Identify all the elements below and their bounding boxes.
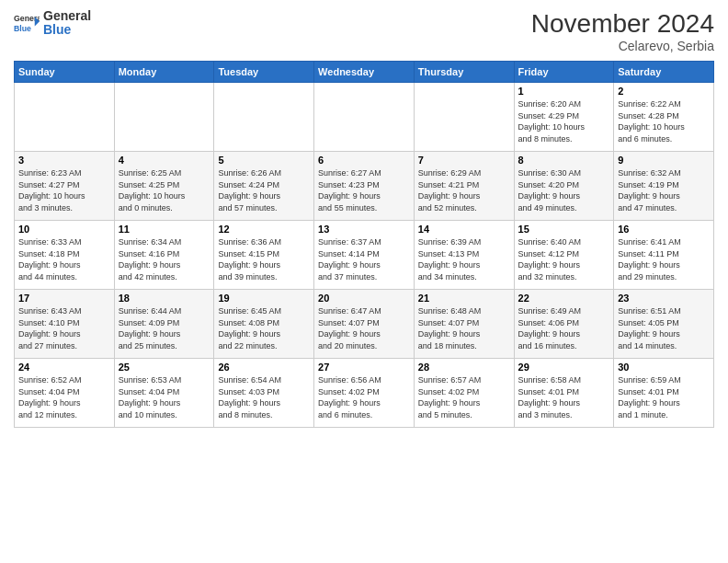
day-info: Sunrise: 6:37 AM Sunset: 4:14 PM Dayligh…	[318, 236, 410, 282]
day-number: 20	[318, 293, 410, 304]
day-number: 3	[18, 155, 110, 166]
day-number: 30	[618, 362, 710, 373]
day-number: 10	[18, 224, 110, 235]
day-cell-w4-d5: 29Sunrise: 6:58 AM Sunset: 4:01 PM Dayli…	[514, 359, 614, 428]
day-cell-w2-d6: 16Sunrise: 6:41 AM Sunset: 4:11 PM Dayli…	[614, 221, 714, 290]
day-info: Sunrise: 6:30 AM Sunset: 4:20 PM Dayligh…	[518, 167, 610, 213]
day-cell-w4-d1: 25Sunrise: 6:53 AM Sunset: 4:04 PM Dayli…	[114, 359, 214, 428]
day-number: 28	[418, 362, 510, 373]
day-cell-w2-d5: 15Sunrise: 6:40 AM Sunset: 4:12 PM Dayli…	[514, 221, 614, 290]
calendar-table: Sunday Monday Tuesday Wednesday Thursday…	[14, 61, 714, 428]
col-thursday: Thursday	[414, 62, 514, 83]
location: Celarevo, Serbia	[531, 39, 714, 53]
col-sunday: Sunday	[15, 62, 115, 83]
col-friday: Friday	[514, 62, 614, 83]
day-info: Sunrise: 6:23 AM Sunset: 4:27 PM Dayligh…	[18, 167, 110, 213]
logo-icon: General Blue	[14, 10, 40, 36]
day-info: Sunrise: 6:56 AM Sunset: 4:02 PM Dayligh…	[318, 374, 410, 420]
day-number: 11	[119, 224, 210, 235]
day-info: Sunrise: 6:51 AM Sunset: 4:05 PM Dayligh…	[618, 305, 710, 351]
week-row-2: 10Sunrise: 6:33 AM Sunset: 4:18 PM Dayli…	[15, 221, 714, 290]
day-cell-w3-d5: 22Sunrise: 6:49 AM Sunset: 4:06 PM Dayli…	[514, 290, 614, 359]
logo-blue: Blue	[43, 22, 71, 37]
month-title: November 2024	[531, 9, 714, 39]
day-number: 25	[119, 362, 210, 373]
calendar-header-row: Sunday Monday Tuesday Wednesday Thursday…	[15, 62, 714, 83]
day-number: 16	[618, 224, 710, 235]
day-number: 24	[18, 362, 110, 373]
day-cell-w2-d3: 13Sunrise: 6:37 AM Sunset: 4:14 PM Dayli…	[314, 221, 415, 290]
day-cell-w1-d2: 5Sunrise: 6:26 AM Sunset: 4:24 PM Daylig…	[214, 152, 314, 221]
day-number: 12	[218, 224, 310, 235]
day-info: Sunrise: 6:36 AM Sunset: 4:15 PM Dayligh…	[218, 236, 310, 282]
day-number: 13	[318, 224, 410, 235]
day-cell-w0-d5: 1Sunrise: 6:20 AM Sunset: 4:29 PM Daylig…	[514, 83, 614, 152]
day-number: 4	[119, 155, 210, 166]
day-cell-w1-d6: 9Sunrise: 6:32 AM Sunset: 4:19 PM Daylig…	[614, 152, 714, 221]
day-cell-w1-d4: 7Sunrise: 6:29 AM Sunset: 4:21 PM Daylig…	[414, 152, 514, 221]
day-cell-w3-d4: 21Sunrise: 6:48 AM Sunset: 4:07 PM Dayli…	[414, 290, 514, 359]
title-block: November 2024 Celarevo, Serbia	[531, 9, 714, 53]
col-monday: Monday	[114, 62, 214, 83]
day-info: Sunrise: 6:43 AM Sunset: 4:10 PM Dayligh…	[18, 305, 110, 351]
day-info: Sunrise: 6:59 AM Sunset: 4:01 PM Dayligh…	[618, 374, 710, 420]
day-cell-w0-d6: 2Sunrise: 6:22 AM Sunset: 4:28 PM Daylig…	[614, 83, 714, 152]
day-number: 23	[618, 293, 710, 304]
day-info: Sunrise: 6:27 AM Sunset: 4:23 PM Dayligh…	[318, 167, 410, 213]
page: General Blue General Blue November 2024 …	[0, 0, 728, 563]
day-info: Sunrise: 6:49 AM Sunset: 4:06 PM Dayligh…	[518, 305, 610, 351]
day-cell-w0-d0	[15, 83, 115, 152]
day-number: 22	[518, 293, 610, 304]
day-number: 6	[318, 155, 410, 166]
week-row-3: 17Sunrise: 6:43 AM Sunset: 4:10 PM Dayli…	[15, 290, 714, 359]
day-info: Sunrise: 6:33 AM Sunset: 4:18 PM Dayligh…	[18, 236, 110, 282]
day-info: Sunrise: 6:39 AM Sunset: 4:13 PM Dayligh…	[418, 236, 510, 282]
day-cell-w4-d4: 28Sunrise: 6:57 AM Sunset: 4:02 PM Dayli…	[414, 359, 514, 428]
day-info: Sunrise: 6:26 AM Sunset: 4:24 PM Dayligh…	[218, 167, 310, 213]
day-cell-w2-d2: 12Sunrise: 6:36 AM Sunset: 4:15 PM Dayli…	[214, 221, 314, 290]
day-number: 14	[418, 224, 510, 235]
logo-general: General	[43, 8, 91, 23]
day-info: Sunrise: 6:53 AM Sunset: 4:04 PM Dayligh…	[119, 374, 210, 420]
day-cell-w4-d2: 26Sunrise: 6:54 AM Sunset: 4:03 PM Dayli…	[214, 359, 314, 428]
day-cell-w4-d0: 24Sunrise: 6:52 AM Sunset: 4:04 PM Dayli…	[15, 359, 115, 428]
day-number: 19	[218, 293, 310, 304]
day-cell-w1-d3: 6Sunrise: 6:27 AM Sunset: 4:23 PM Daylig…	[314, 152, 415, 221]
day-number: 18	[119, 293, 210, 304]
day-cell-w3-d3: 20Sunrise: 6:47 AM Sunset: 4:07 PM Dayli…	[314, 290, 415, 359]
day-info: Sunrise: 6:44 AM Sunset: 4:09 PM Dayligh…	[119, 305, 210, 351]
day-cell-w3-d1: 18Sunrise: 6:44 AM Sunset: 4:09 PM Dayli…	[114, 290, 214, 359]
day-cell-w0-d2	[214, 83, 314, 152]
day-number: 5	[218, 155, 310, 166]
day-cell-w4-d6: 30Sunrise: 6:59 AM Sunset: 4:01 PM Dayli…	[614, 359, 714, 428]
day-number: 1	[518, 86, 610, 97]
day-info: Sunrise: 6:58 AM Sunset: 4:01 PM Dayligh…	[518, 374, 610, 420]
day-number: 7	[418, 155, 510, 166]
day-number: 15	[518, 224, 610, 235]
header: General Blue General Blue November 2024 …	[14, 9, 714, 53]
day-number: 2	[618, 86, 710, 97]
day-cell-w2-d0: 10Sunrise: 6:33 AM Sunset: 4:18 PM Dayli…	[15, 221, 115, 290]
day-number: 21	[418, 293, 510, 304]
day-info: Sunrise: 6:52 AM Sunset: 4:04 PM Dayligh…	[18, 374, 110, 420]
day-cell-w1-d5: 8Sunrise: 6:30 AM Sunset: 4:20 PM Daylig…	[514, 152, 614, 221]
day-cell-w0-d3	[314, 83, 415, 152]
day-info: Sunrise: 6:54 AM Sunset: 4:03 PM Dayligh…	[218, 374, 310, 420]
day-number: 26	[218, 362, 310, 373]
day-info: Sunrise: 6:48 AM Sunset: 4:07 PM Dayligh…	[418, 305, 510, 351]
col-wednesday: Wednesday	[314, 62, 415, 83]
day-number: 8	[518, 155, 610, 166]
day-info: Sunrise: 6:32 AM Sunset: 4:19 PM Dayligh…	[618, 167, 710, 213]
day-cell-w1-d0: 3Sunrise: 6:23 AM Sunset: 4:27 PM Daylig…	[15, 152, 115, 221]
day-cell-w3-d0: 17Sunrise: 6:43 AM Sunset: 4:10 PM Dayli…	[15, 290, 115, 359]
day-info: Sunrise: 6:22 AM Sunset: 4:28 PM Dayligh…	[618, 98, 710, 144]
day-cell-w0-d4	[414, 83, 514, 152]
day-number: 27	[318, 362, 410, 373]
day-cell-w2-d4: 14Sunrise: 6:39 AM Sunset: 4:13 PM Dayli…	[414, 221, 514, 290]
day-info: Sunrise: 6:47 AM Sunset: 4:07 PM Dayligh…	[318, 305, 410, 351]
day-cell-w0-d1	[114, 83, 214, 152]
week-row-1: 3Sunrise: 6:23 AM Sunset: 4:27 PM Daylig…	[15, 152, 714, 221]
day-cell-w1-d1: 4Sunrise: 6:25 AM Sunset: 4:25 PM Daylig…	[114, 152, 214, 221]
day-number: 29	[518, 362, 610, 373]
week-row-4: 24Sunrise: 6:52 AM Sunset: 4:04 PM Dayli…	[15, 359, 714, 428]
